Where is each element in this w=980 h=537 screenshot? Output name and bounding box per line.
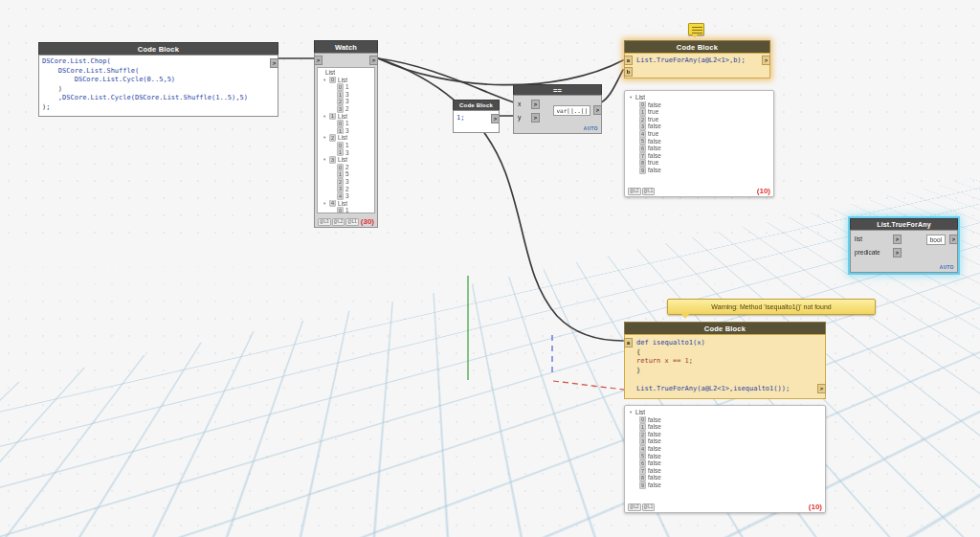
- index-chip: 0: [337, 120, 344, 127]
- level-tag[interactable]: @L2: [332, 218, 345, 226]
- watch-list[interactable]: List ▾ 0 List 0 1: [317, 67, 375, 213]
- preview-bubble-bottom[interactable]: ▾ List 0 false 1 false 2: [624, 405, 826, 513]
- input-port-list[interactable]: >: [893, 235, 902, 244]
- level-tag[interactable]: @L1: [642, 503, 656, 511]
- code-line: ): [42, 85, 266, 95]
- watch-row: 1 5: [318, 170, 374, 178]
- index-chip: 3: [639, 437, 646, 445]
- node-watch[interactable]: Watch > > List ▾ 0 List: [314, 40, 378, 228]
- preview-list: 0 false 1 true 2 true 3: [628, 101, 770, 174]
- node-header[interactable]: Code Block: [453, 100, 500, 110]
- node-header[interactable]: Watch: [314, 40, 378, 53]
- index-chip: 0: [639, 101, 646, 109]
- node-list-trueforany[interactable]: List.TrueForAny list > predicate > bool …: [850, 218, 958, 273]
- code-line: );: [42, 103, 266, 113]
- value-text: 3: [345, 91, 349, 99]
- code-lines: def isequalto1(x){return x == 1;} List.T…: [636, 339, 813, 393]
- node-header[interactable]: Code Block: [624, 40, 770, 53]
- node-header[interactable]: ==: [513, 84, 602, 95]
- input-label-predicate: predicate: [855, 249, 880, 256]
- output-port[interactable]: >: [491, 114, 500, 123]
- value-text: false: [648, 437, 661, 445]
- codeblock-body[interactable]: 1; >: [453, 110, 500, 133]
- node-equals[interactable]: == x > y > var[]..[] > AUTO: [513, 84, 602, 134]
- input-port[interactable]: >: [314, 56, 323, 65]
- watch-row: 0 1: [318, 207, 374, 213]
- input-port-a[interactable]: a: [624, 338, 633, 347]
- output-port[interactable]: >: [270, 58, 278, 68]
- code-line: List.TrueForAny(a@L2<1>,isequalto1());: [636, 385, 813, 394]
- watch-row: ▾ 1 List: [318, 113, 374, 121]
- output-port[interactable]: >: [949, 235, 958, 244]
- preview-row: 6 false: [628, 459, 822, 467]
- node-header[interactable]: List.TrueForAny: [850, 218, 958, 230]
- value-text: 3: [345, 149, 349, 157]
- input-port-predicate[interactable]: >: [893, 248, 902, 257]
- index-chip: 2: [639, 431, 646, 438]
- index-chip: 4: [639, 130, 646, 138]
- value-text: false: [648, 459, 661, 467]
- input-port-x[interactable]: >: [531, 100, 540, 109]
- input-port-b[interactable]: b: [624, 67, 633, 77]
- codeblock-body[interactable]: a def isequalto1(x){return x == 1;} List…: [624, 334, 826, 399]
- level-tag[interactable]: @L1: [642, 188, 656, 195]
- node-header[interactable]: Code Block: [38, 42, 278, 55]
- input-label-x: x: [518, 101, 522, 107]
- index-chip: 0: [337, 207, 344, 213]
- code-lines: 1;: [457, 114, 489, 123]
- watch-row: List: [318, 69, 374, 77]
- level-tag[interactable]: @L3: [318, 218, 331, 226]
- level-tag[interactable]: @L1: [345, 218, 359, 226]
- node-codeblock-one[interactable]: Code Block 1; >: [453, 100, 500, 133]
- preview-row: 0 false: [628, 416, 822, 424]
- level-tag[interactable]: @L2: [628, 188, 641, 195]
- watch-row: 0 2: [318, 164, 374, 171]
- codeblock-body[interactable]: a b List.TrueForAny(a@L2<1>,b); >: [624, 53, 770, 78]
- wire-watch-to-codeblock-top-a[interactable]: [378, 58, 623, 85]
- code-line: {: [636, 348, 813, 358]
- index-chip: 4: [337, 192, 344, 200]
- node-codeblock-main[interactable]: Code Block DSCore.List.Chop( DSCore.List…: [38, 42, 278, 117]
- node-codeblock-trueforany-top[interactable]: Code Block a b List.TrueForAny(a@L2<1>,b…: [624, 40, 770, 78]
- preview-row: 9 false: [628, 167, 770, 174]
- value-text: 3: [345, 192, 349, 200]
- warning-text: Warning: Method 'isequalto1()' not found: [711, 303, 831, 310]
- watch-row: 1 3: [318, 149, 374, 157]
- node-title: List.TrueForAny: [877, 221, 931, 228]
- preview-row: 4 true: [628, 130, 770, 138]
- value-text: false: [648, 152, 661, 160]
- wire-watch-to-equals-x[interactable]: [378, 58, 514, 102]
- note-icon[interactable]: [688, 23, 704, 35]
- watch-row: ▾ 0 List: [318, 77, 374, 84]
- level-tags: @L2@L1: [628, 503, 655, 511]
- input-port-a[interactable]: a: [624, 56, 633, 65]
- index-chip: 5: [639, 138, 646, 145]
- value-text: 5: [345, 170, 349, 178]
- output-port[interactable]: >: [369, 56, 378, 65]
- index-chip: 9: [639, 167, 646, 174]
- preview-row: 1 true: [628, 108, 770, 116]
- lacing-auto-label[interactable]: AUTO: [584, 125, 598, 131]
- output-port[interactable]: >: [593, 105, 602, 115]
- node-codeblock-isequalto[interactable]: Code Block a def isequalto1(x){return x …: [624, 322, 826, 399]
- dynamo-workspace[interactable]: Code Block DSCore.List.Chop( DSCore.List…: [0, 0, 980, 537]
- input-port-y[interactable]: >: [531, 113, 540, 123]
- preview-list: 0 false 1 false 2 false 3: [628, 416, 822, 489]
- code-line: [636, 375, 813, 385]
- preview-bubble-top[interactable]: ▾ List 0 false 1 true 2: [624, 90, 774, 197]
- output-port[interactable]: >: [817, 384, 826, 393]
- output-port[interactable]: >: [762, 56, 770, 65]
- level-tag[interactable]: @L2: [628, 503, 641, 511]
- index-chip: 2: [329, 134, 336, 142]
- index-chip: 3: [337, 186, 344, 193]
- code-line: ,DSCore.List.Cycle(DSCore.List.Shuffle(1…: [42, 94, 266, 103]
- index-chip: 6: [639, 459, 646, 467]
- lacing-auto-label[interactable]: AUTO: [940, 264, 954, 270]
- index-chip: 0: [337, 83, 344, 91]
- wire-equals-to-codeblock-top-b[interactable]: [601, 70, 623, 102]
- node-header[interactable]: Code Block: [624, 322, 826, 334]
- value-text: 1: [345, 120, 349, 127]
- preview-row: 4 false: [628, 445, 822, 453]
- value-text: false: [648, 138, 661, 145]
- codeblock-body[interactable]: DSCore.List.Chop( DSCore.List.Shuffle( D…: [38, 55, 278, 117]
